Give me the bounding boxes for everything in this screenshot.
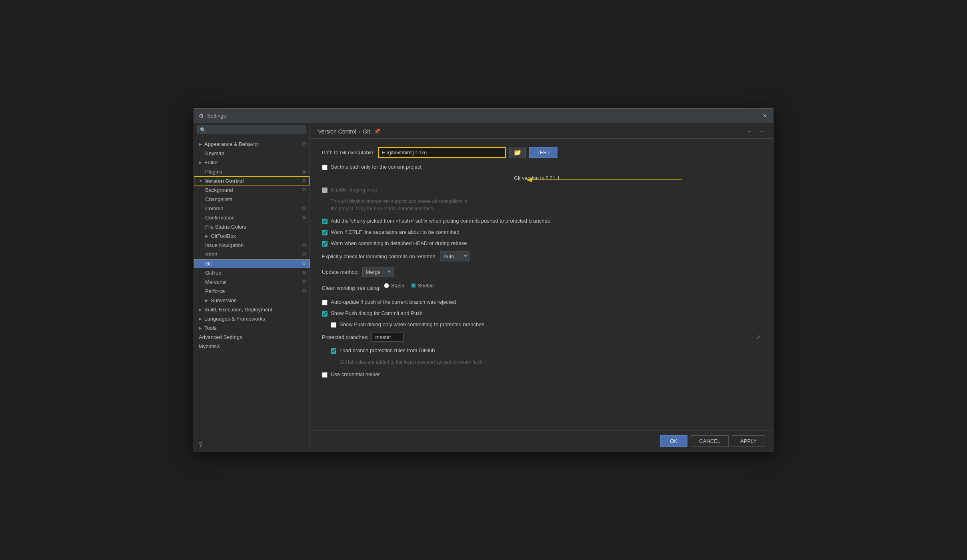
gear-icon: ⚙ [302, 187, 306, 193]
use-credential-checkbox[interactable] [322, 372, 328, 378]
sidebar-item-tools[interactable]: ▶ Tools [194, 323, 310, 333]
breadcrumb-current: Git [363, 128, 370, 135]
sidebar-item-languages-frameworks[interactable]: ▶ Languages & Frameworks [194, 314, 310, 323]
shelve-label: Shelve [418, 283, 434, 289]
arrow-icon: ▼ [199, 179, 203, 183]
shelve-radio[interactable] [411, 283, 416, 288]
enable-staging-row: Enable staging area [322, 187, 761, 193]
sidebar-item-appearance[interactable]: ▶ Appearance & Behavior ⚙ [194, 140, 310, 149]
sidebar-item-label: Editor [204, 159, 218, 165]
sidebar-item-label: Tools [204, 325, 216, 331]
sidebar-item-keymap[interactable]: Keymap [194, 149, 310, 158]
help-icon[interactable]: ? [194, 438, 310, 452]
nav-forward-icon[interactable]: → [759, 128, 765, 135]
sidebar-item-label: Version Control [205, 178, 244, 184]
sidebar-item-file-status-colors[interactable]: File Status Colors [194, 222, 310, 231]
sidebar-item-subversion[interactable]: ▶ Subversion [194, 296, 310, 305]
settings-dialog: ⚙ Settings × 🔍 ▶ Appearance & Behavior ⚙ [194, 108, 773, 452]
enable-staging-checkbox[interactable] [322, 187, 328, 193]
sidebar-item-label: Languages & Frameworks [204, 316, 265, 322]
warn-detached-label: Warn when committing in detached HEAD or… [331, 240, 467, 246]
show-push-protected-checkbox[interactable] [331, 322, 336, 328]
sidebar-item-version-control[interactable]: ▼ Version Control ⚙ [194, 176, 310, 185]
gear-icon: ⚙ [302, 141, 306, 147]
close-button[interactable]: × [761, 112, 768, 120]
test-button[interactable]: TEST [529, 147, 557, 158]
nav-back-icon[interactable]: ← [747, 128, 753, 135]
update-method-row: Update method: Merge Rebase [322, 267, 761, 277]
set-path-checkbox[interactable] [322, 165, 328, 170]
gear-icon: ⚙ [302, 279, 306, 285]
stash-radio[interactable] [384, 283, 389, 288]
sidebar-item-issue-navigation[interactable]: Issue Navigation ⚙ [194, 241, 310, 250]
warn-detached-row: Warn when committing in detached HEAD or… [322, 240, 761, 247]
github-rules-desc: GitHub rules are added to the local rule… [340, 359, 761, 366]
sidebar-item-background[interactable]: Background ⚙ [194, 185, 310, 195]
gear-icon: ⚙ [302, 288, 306, 294]
protected-branches-input[interactable] [372, 333, 404, 342]
sidebar-item-label: Perforce [205, 288, 225, 294]
sidebar-item-label: MybatisX [199, 343, 220, 349]
expand-icon[interactable]: ⤢ [756, 334, 761, 340]
search-wrap[interactable]: 🔍 [197, 126, 306, 134]
sidebar-item-label: Shelf [205, 251, 217, 257]
show-push-protected-row: Show Push dialog only when committing to… [331, 321, 761, 328]
sidebar-item-editor[interactable]: ▶ Editor [194, 158, 310, 167]
sidebar-item-label: GitHub [205, 270, 221, 276]
arrow-icon: ▶ [199, 160, 202, 165]
sidebar-item-advanced-settings[interactable]: Advanced Settings [194, 333, 310, 342]
sidebar: 🔍 ▶ Appearance & Behavior ⚙ Keymap ▶ [194, 123, 310, 452]
stash-label: Stash [391, 283, 404, 289]
search-input[interactable] [208, 127, 304, 133]
clean-radio-group: Stash Shelve [384, 283, 434, 289]
update-method-select[interactable]: Merge Rebase [362, 267, 394, 277]
sidebar-item-label: Keymap [205, 150, 224, 156]
cancel-button[interactable]: CANCEL [691, 435, 729, 447]
sidebar-item-shelf[interactable]: Shelf ⚙ [194, 250, 310, 259]
clean-working-row: Clean working tree using: Stash Shelve [322, 283, 761, 293]
sidebar-item-git[interactable]: Git ⚙ [194, 259, 310, 268]
sidebar-item-mybatisx[interactable]: MybatisX [194, 342, 310, 351]
arrow-icon: ▶ [205, 298, 208, 303]
gear-icon: ⚙ [302, 178, 306, 183]
sidebar-item-github[interactable]: GitHub ⚙ [194, 268, 310, 277]
git-path-input[interactable] [378, 147, 506, 158]
load-branch-checkbox[interactable] [331, 348, 336, 354]
incoming-commits-row: Explicitly check for incoming commits on… [322, 251, 761, 261]
load-branch-label: Load branch protection rules from GitHub [340, 347, 435, 353]
folder-button[interactable]: 📁 [509, 147, 526, 158]
sidebar-item-changelists[interactable]: Changelists [194, 195, 310, 204]
incoming-commits-select[interactable]: Auto Always Never [440, 251, 470, 261]
enable-staging-label: Enable staging area [331, 187, 377, 193]
ok-button[interactable]: OK [660, 435, 688, 447]
sidebar-item-build-execution[interactable]: ▶ Build, Execution, Deployment [194, 305, 310, 314]
radio-stash[interactable]: Stash [384, 283, 404, 289]
sidebar-item-mercurial[interactable]: Mercurial ⚙ [194, 277, 310, 287]
search-bar: 🔍 [194, 123, 310, 137]
cherry-pick-checkbox[interactable] [322, 219, 328, 224]
dialog-footer: OK CANCEL APPLY [310, 430, 773, 452]
set-path-label: Set this path only for the current proje… [331, 164, 422, 170]
update-method-label: Update method: [322, 269, 359, 275]
sidebar-item-commit[interactable]: Commit ⚙ [194, 204, 310, 213]
sidebar-item-label: Subversion [211, 297, 237, 303]
title-bar: ⚙ Settings × [194, 109, 773, 123]
warn-crlf-checkbox[interactable] [322, 230, 328, 235]
sidebar-item-perforce[interactable]: Perforce ⚙ [194, 287, 310, 296]
git-version-text: Git version is 2.31.1 [514, 175, 560, 181]
show-push-checkbox[interactable] [322, 311, 328, 317]
arrow-icon: ▶ [199, 317, 202, 321]
radio-shelve[interactable]: Shelve [411, 283, 434, 289]
sidebar-item-gittoolbox[interactable]: ▶ GitToolBox [194, 231, 310, 241]
apply-button[interactable]: APPLY [732, 435, 765, 447]
sidebar-nav: ▶ Appearance & Behavior ⚙ Keymap ▶ Edito… [194, 137, 310, 438]
arrow-icon: ▶ [199, 142, 202, 146]
sidebar-item-confirmation[interactable]: Confirmation ⚙ [194, 213, 310, 222]
auto-update-checkbox[interactable] [322, 300, 328, 305]
sidebar-item-label: File Status Colors [205, 224, 246, 230]
content-panel: Version Control › Git 📌 ← → Path to Git … [310, 123, 773, 452]
warn-detached-checkbox[interactable] [322, 241, 328, 247]
sidebar-item-plugins[interactable]: Plugins ⚙ [194, 167, 310, 176]
git-version-row: Git version is 2.31.1 [322, 175, 761, 181]
breadcrumb-pin-icon[interactable]: 📌 [374, 128, 380, 134]
